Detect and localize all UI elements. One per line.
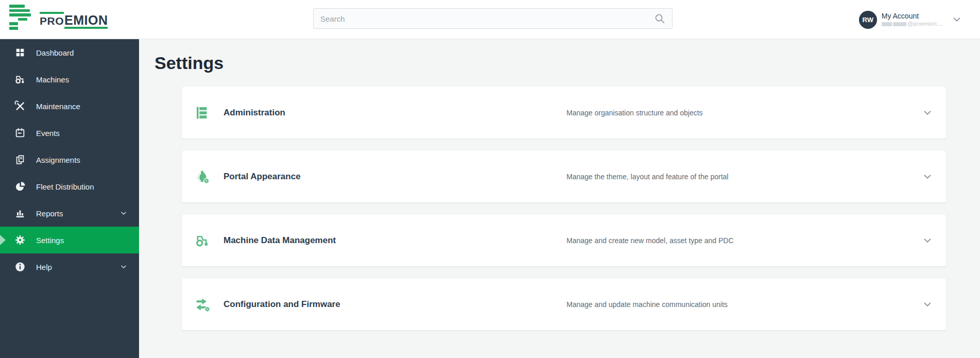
chevron-down-icon[interactable] [922, 299, 933, 310]
sidebar-item-help[interactable]: Help [0, 253, 139, 280]
gear-icon [14, 234, 26, 246]
main-content: Settings Administration Manage organisat… [139, 39, 980, 358]
chevron-down-icon[interactable] [922, 171, 933, 182]
info-icon [14, 261, 26, 272]
search-input[interactable] [313, 8, 673, 29]
sidebar-item-label: Help [36, 263, 52, 271]
sidebar-item-label: Fleet Distribution [36, 182, 94, 191]
account-email-suffix: @proemion.... [907, 21, 943, 27]
settings-card-list: Administration Manage organisation struc… [182, 87, 946, 330]
tractor-icon [195, 233, 210, 248]
tools-icon [14, 100, 26, 112]
sidebar-item-machines[interactable]: Machines [0, 66, 139, 93]
sidebar-item-label: Reports [36, 209, 63, 218]
proemion-logo-icon [9, 5, 32, 29]
sidebar-item-reports[interactable]: Reports [0, 200, 139, 227]
card-description: Manage and update machine communication … [566, 300, 728, 309]
settings-card-configuration-and-firmware[interactable]: Configuration and Firmware Manage and up… [182, 278, 946, 330]
proemion-logo-text: PRO EMION [40, 12, 108, 29]
sidebar: Dashboard Machines Maintenance [0, 39, 139, 358]
card-description: Manage organisation structure and object… [566, 109, 703, 117]
card-description: Manage and create new model, asset type … [566, 236, 734, 245]
chevron-down-icon[interactable] [922, 107, 933, 118]
card-title: Machine Data Management [223, 235, 336, 246]
card-title: Administration [223, 108, 285, 118]
card-title: Portal Appearance [223, 172, 301, 182]
sidebar-item-events[interactable]: Events [0, 120, 139, 146]
chevron-down-icon[interactable] [119, 263, 128, 271]
page-title: Settings [154, 53, 980, 73]
settings-card-portal-appearance[interactable]: Portal Appearance Manage the theme, layo… [182, 150, 946, 202]
logo-text-pro: PRO [40, 12, 64, 26]
topbar: PRO EMION RW My Account @proemion.... [0, 0, 980, 39]
chevron-down-icon[interactable] [119, 209, 128, 217]
account-text: My Account @proemion.... [882, 12, 943, 27]
card-description: Manage the theme, layout and feature of … [566, 173, 728, 181]
sidebar-item-label: Dashboard [36, 48, 74, 57]
sidebar-item-maintenance[interactable]: Maintenance [0, 93, 139, 120]
transfer-arrows-gear-icon [195, 297, 210, 312]
settings-card-administration[interactable]: Administration Manage organisation struc… [182, 87, 946, 139]
app-root: PRO EMION RW My Account @proemion.... [0, 0, 980, 358]
sidebar-item-assignments[interactable]: Assignments [0, 146, 139, 173]
avatar[interactable]: RW [859, 11, 877, 29]
account-email: @proemion.... [882, 21, 943, 27]
proemion-logo[interactable]: PRO EMION [9, 5, 108, 31]
sidebar-item-dashboard[interactable]: Dashboard [0, 39, 139, 66]
sidebar-item-fleet-distribution[interactable]: Fleet Distribution [0, 173, 139, 200]
chevron-down-icon[interactable] [922, 235, 933, 246]
settings-card-machine-data-management[interactable]: Machine Data Management Manage and creat… [182, 214, 946, 266]
sidebar-item-label: Machines [36, 75, 69, 84]
account-label: My Account [882, 12, 943, 21]
sidebar-item-label: Events [36, 129, 60, 138]
card-title: Configuration and Firmware [223, 299, 340, 310]
sidebar-item-label: Assignments [36, 156, 80, 164]
org-structure-icon [195, 105, 210, 121]
dashboard-grid-icon [14, 47, 26, 58]
theme-drop-gear-icon [195, 169, 210, 184]
account-menu[interactable]: RW My Account @proemion.... [859, 6, 962, 33]
email-redaction-block [893, 22, 906, 26]
pie-chart-icon [14, 181, 26, 192]
email-redaction-block [882, 22, 892, 26]
bar-chart-icon [14, 208, 26, 219]
search-icon[interactable] [654, 12, 666, 25]
logo-text-emion: EMION [64, 14, 108, 29]
search-box [313, 8, 673, 29]
active-item-arrow-icon [0, 235, 6, 245]
sidebar-item-label: Maintenance [36, 102, 80, 111]
sidebar-item-label: Settings [36, 236, 64, 245]
sidebar-item-settings[interactable]: Settings [0, 227, 139, 253]
account-chevron-down-icon[interactable] [951, 14, 962, 25]
tractor-icon [14, 74, 26, 85]
documents-icon [14, 154, 26, 165]
calendar-icon [14, 127, 26, 139]
